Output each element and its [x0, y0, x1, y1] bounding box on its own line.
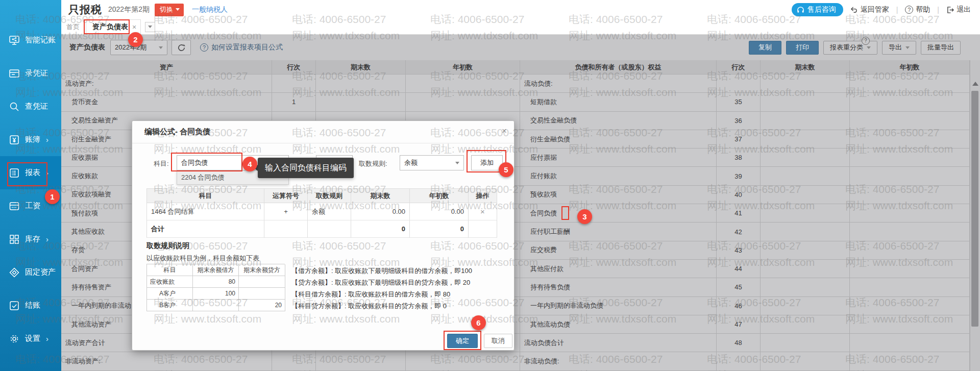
liability-end-cell[interactable]: [761, 241, 850, 260]
asset-end-cell[interactable]: [316, 93, 406, 111]
liability-end-cell[interactable]: [761, 278, 850, 296]
liability-end-cell[interactable]: [761, 204, 850, 222]
liability-name-cell[interactable]: 预收款项: [520, 186, 717, 204]
liability-line-cell[interactable]: 37: [717, 130, 761, 149]
liability-name-cell[interactable]: 交易性金融负债: [520, 112, 717, 130]
refresh-button[interactable]: [172, 40, 191, 55]
formula-help-link[interactable]: ? 如何设置报表项目公式: [200, 43, 283, 52]
liability-name-cell[interactable]: 其他应付款: [520, 260, 717, 278]
liability-name-cell[interactable]: 流动负债:: [520, 75, 717, 93]
liability-end-cell[interactable]: [761, 352, 850, 370]
liability-name-cell[interactable]: 持有待售负债: [520, 278, 717, 296]
liability-line-cell[interactable]: 39: [717, 167, 761, 185]
sidebar-item-库存[interactable]: 库存›: [0, 222, 61, 256]
liability-line-cell[interactable]: 45: [717, 278, 761, 296]
liability-line-cell[interactable]: 48: [717, 334, 761, 352]
liability-name-cell[interactable]: 其他流动负债: [520, 315, 717, 334]
asset-line-cell[interactable]: [272, 352, 316, 370]
liability-begin-cell[interactable]: [850, 93, 970, 111]
rule-select[interactable]: 余额: [400, 155, 464, 170]
sidebar-item-查凭证[interactable]: 查凭证: [0, 90, 61, 123]
after-sales-consult-button[interactable]: 售后咨询: [792, 3, 843, 16]
liability-begin-cell[interactable]: [850, 297, 970, 315]
liability-name-cell[interactable]: 应交税费: [520, 241, 717, 260]
liability-end-cell[interactable]: [761, 260, 850, 278]
delete-row-icon[interactable]: ×: [469, 203, 497, 220]
liability-end-cell[interactable]: [761, 315, 850, 334]
liability-line-cell[interactable]: 36: [717, 112, 761, 130]
sidebar-item-结账[interactable]: 结账: [0, 289, 61, 322]
sidebar-item-智能记账[interactable]: 智能记账: [0, 23, 61, 57]
sidebar-item-设置[interactable]: 设置›: [0, 322, 61, 355]
asset-end-cell[interactable]: [316, 75, 406, 93]
liability-begin-cell[interactable]: [850, 149, 970, 167]
liability-line-cell[interactable]: 35: [717, 93, 761, 111]
logout-link[interactable]: 退出: [946, 5, 971, 14]
liability-end-cell[interactable]: [761, 334, 850, 352]
liability-end-cell[interactable]: [761, 112, 850, 130]
liability-begin-cell[interactable]: [850, 75, 970, 93]
liability-begin-cell[interactable]: [850, 112, 970, 130]
liability-begin-cell[interactable]: [850, 167, 970, 185]
back-to-manager-link[interactable]: 返回管家: [850, 5, 889, 14]
sidebar-item-录凭证[interactable]: 录凭证: [0, 57, 61, 90]
asset-name-cell[interactable]: 非流动资产:: [61, 352, 272, 370]
liability-end-cell[interactable]: [761, 149, 850, 167]
taxpayer-type-link[interactable]: 一般纳税人: [192, 5, 228, 14]
batch-export-button[interactable]: 批量导出: [921, 41, 961, 55]
liability-line-cell[interactable]: 44: [717, 260, 761, 278]
liability-name-cell[interactable]: 短期借款: [520, 93, 717, 111]
liability-begin-cell[interactable]: [850, 260, 970, 278]
liability-line-cell[interactable]: [717, 75, 761, 93]
tab-list-dropdown-button[interactable]: [145, 22, 155, 32]
liability-line-cell[interactable]: 46: [717, 297, 761, 315]
liability-name-cell[interactable]: 应付票据: [520, 149, 717, 167]
liability-end-cell[interactable]: [761, 222, 850, 241]
liability-line-cell[interactable]: [717, 352, 761, 370]
reclassify-button[interactable]: ? 报表重分类: [823, 41, 877, 55]
asset-name-cell[interactable]: 货币资金: [61, 93, 272, 111]
liability-line-cell[interactable]: 41: [717, 204, 761, 222]
close-icon[interactable]: ×: [132, 23, 136, 31]
liability-begin-cell[interactable]: [850, 334, 970, 352]
help-link[interactable]: ? 帮助: [905, 5, 930, 14]
liability-name-cell[interactable]: 流动负债合计: [520, 334, 717, 352]
liability-name-cell[interactable]: 应付账款: [520, 167, 717, 185]
liability-name-cell[interactable]: 应付职工薪酬: [520, 222, 717, 241]
copy-button[interactable]: 复制: [749, 41, 781, 55]
scroll-up-icon[interactable]: [972, 82, 978, 86]
liability-end-cell[interactable]: [761, 167, 850, 185]
asset-begin-cell[interactable]: [406, 75, 520, 93]
liability-begin-cell[interactable]: [850, 315, 970, 334]
liability-begin-cell[interactable]: [850, 186, 970, 204]
asset-line-cell[interactable]: 1: [272, 93, 316, 111]
liability-line-cell[interactable]: 42: [717, 222, 761, 241]
liability-end-cell[interactable]: [761, 75, 850, 93]
liability-end-cell[interactable]: [761, 93, 850, 111]
cancel-button[interactable]: 取消: [484, 334, 512, 348]
liability-end-cell[interactable]: [761, 297, 850, 315]
vertical-scrollbar[interactable]: [970, 60, 980, 371]
liability-end-cell[interactable]: [761, 186, 850, 204]
liability-name-cell[interactable]: 合同负债: [520, 204, 717, 222]
asset-name-cell[interactable]: 流动资产:: [61, 75, 272, 93]
liability-begin-cell[interactable]: [850, 130, 970, 149]
asset-line-cell[interactable]: [272, 75, 316, 93]
liability-begin-cell[interactable]: [850, 352, 970, 370]
sidebar-item-账簿[interactable]: 账簿›: [0, 123, 61, 156]
liability-line-cell[interactable]: 47: [717, 315, 761, 334]
asset-begin-cell[interactable]: [406, 352, 520, 370]
close-icon[interactable]: ×: [502, 126, 507, 136]
liability-name-cell[interactable]: 衍生金融负债: [520, 130, 717, 149]
export-button[interactable]: 导出: [882, 41, 916, 55]
liability-begin-cell[interactable]: [850, 222, 970, 241]
liability-name-cell[interactable]: 一年内到期的非流动负债: [520, 297, 717, 315]
asset-begin-cell[interactable]: [406, 93, 520, 111]
liability-name-cell[interactable]: 非流动负债:: [520, 352, 717, 370]
liability-line-cell[interactable]: 38: [717, 149, 761, 167]
scrollbar-thumb[interactable]: [971, 91, 978, 327]
liability-line-cell[interactable]: 40: [717, 186, 761, 204]
tab-home[interactable]: 首页: [62, 22, 84, 32]
liability-begin-cell[interactable]: [850, 204, 970, 222]
switch-period-button[interactable]: 切换: [155, 4, 184, 16]
